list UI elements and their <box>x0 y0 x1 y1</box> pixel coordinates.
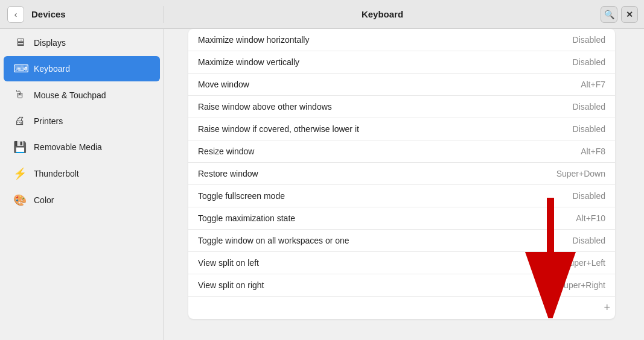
shortcut-row[interactable]: Resize window Alt+F8 <box>188 140 615 163</box>
shortcuts-panel: Maximize window horizontally Disabled Ma… <box>164 29 639 340</box>
sidebar-item-keyboard[interactable]: ⌨ Keyboard <box>4 56 160 81</box>
shortcut-action: Toggle window on all workspaces or one <box>188 230 498 252</box>
sidebar-item-thunderbolt[interactable]: ⚡ Thunderbolt <box>4 161 160 186</box>
shortcut-key: Alt+F7 <box>498 74 615 96</box>
search-button[interactable]: 🔍 <box>601 6 617 23</box>
shortcut-row[interactable]: Restore window Super+Down <box>188 163 615 185</box>
sidebar-item-displays[interactable]: 🖥 Displays <box>4 30 160 55</box>
section-title: Devices <box>31 9 66 19</box>
shortcut-row[interactable]: Maximize window horizontally Disabled <box>188 29 615 51</box>
shortcut-action: Restore window <box>188 163 498 185</box>
window-title: Keyboard <box>164 9 601 19</box>
sidebar-label-thunderbolt: Thunderbolt <box>34 169 79 178</box>
shortcut-key: Alt+F8 <box>498 140 615 163</box>
shortcut-action: Raise window above other windows <box>188 96 498 118</box>
color-icon: 🎨 <box>13 194 27 207</box>
shortcut-key: Super+Down <box>498 163 615 185</box>
shortcut-action: Raise window if covered, otherwise lower… <box>188 118 498 140</box>
shortcut-action: Toggle fullscreen mode <box>188 185 498 207</box>
shortcuts-table: Maximize window horizontally Disabled Ma… <box>188 29 615 319</box>
removable-icon: 💾 <box>13 140 27 154</box>
shortcut-action: View split on right <box>188 274 498 297</box>
sidebar-item-removable[interactable]: 💾 Removable Media <box>4 134 160 160</box>
shortcut-key: Disabled <box>498 185 615 207</box>
title-bar-actions: 🔍 ✕ <box>601 6 644 23</box>
back-button[interactable]: ‹ <box>7 6 24 23</box>
shortcut-key: Disabled <box>498 96 615 118</box>
keyboard-icon: ⌨ <box>13 62 27 75</box>
shortcut-action: Resize window <box>188 140 498 163</box>
shortcut-row[interactable]: Raise window above other windows Disable… <box>188 96 615 118</box>
shortcut-key: Disabled <box>498 118 615 140</box>
shortcut-key: Disabled <box>498 29 615 51</box>
sidebar-label-displays: Displays <box>34 38 66 48</box>
shortcut-action: Maximize window horizontally <box>188 29 498 51</box>
printers-icon: 🖨 <box>13 115 27 127</box>
add-shortcut-row[interactable]: + <box>188 297 615 320</box>
shortcut-key: Alt+F10 <box>498 207 615 230</box>
sidebar-item-mouse[interactable]: 🖱 Mouse & Touchpad <box>4 83 160 107</box>
shortcut-key: Super+Left <box>498 252 615 274</box>
back-icon: ‹ <box>14 10 18 19</box>
shortcut-key: Super+Right <box>498 274 615 297</box>
shortcut-action: Move window <box>188 74 498 96</box>
shortcut-key: Disabled <box>498 230 615 252</box>
sidebar-label-color: Color <box>34 195 54 205</box>
shortcut-row[interactable]: Move window Alt+F7 <box>188 74 615 96</box>
shortcut-action: Maximize window vertically <box>188 51 498 74</box>
shortcut-key: Disabled <box>498 51 615 74</box>
shortcut-row[interactable]: Raise window if covered, otherwise lower… <box>188 118 615 140</box>
main-content: 🖥 Displays ⌨ Keyboard 🖱 Mouse & Touchpad… <box>0 29 644 340</box>
sidebar-item-printers[interactable]: 🖨 Printers <box>4 109 160 133</box>
sidebar-label-printers: Printers <box>34 116 63 126</box>
close-icon: ✕ <box>626 10 633 19</box>
shortcut-row[interactable]: View split on right Super+Right <box>188 274 615 297</box>
shortcut-row[interactable]: Maximize window vertically Disabled <box>188 51 615 74</box>
shortcut-action: View split on left <box>188 252 498 274</box>
shortcut-row[interactable]: Toggle maximization state Alt+F10 <box>188 207 615 230</box>
mouse-icon: 🖱 <box>13 89 27 101</box>
add-shortcut-button[interactable]: + <box>188 297 615 320</box>
thunderbolt-icon: ⚡ <box>13 167 27 180</box>
title-bar: ‹ Devices Keyboard 🔍 ✕ <box>0 0 644 29</box>
sidebar-label-removable: Removable Media <box>34 142 102 152</box>
title-bar-left: ‹ Devices <box>0 6 164 23</box>
shortcut-row[interactable]: View split on left Super+Left <box>188 252 615 274</box>
close-button[interactable]: ✕ <box>621 6 638 23</box>
sidebar-label-keyboard: Keyboard <box>34 64 70 74</box>
scrollbar[interactable] <box>639 29 644 340</box>
displays-icon: 🖥 <box>13 36 27 49</box>
search-icon: 🔍 <box>604 10 614 19</box>
sidebar-label-mouse: Mouse & Touchpad <box>34 90 106 100</box>
sidebar: 🖥 Displays ⌨ Keyboard 🖱 Mouse & Touchpad… <box>0 29 164 340</box>
shortcut-row[interactable]: Toggle window on all workspaces or one D… <box>188 230 615 252</box>
content-wrapper: Maximize window horizontally Disabled Ma… <box>164 29 644 340</box>
shortcut-action: Toggle maximization state <box>188 207 498 230</box>
shortcut-row[interactable]: Toggle fullscreen mode Disabled <box>188 185 615 207</box>
sidebar-item-color[interactable]: 🎨 Color <box>4 187 160 213</box>
